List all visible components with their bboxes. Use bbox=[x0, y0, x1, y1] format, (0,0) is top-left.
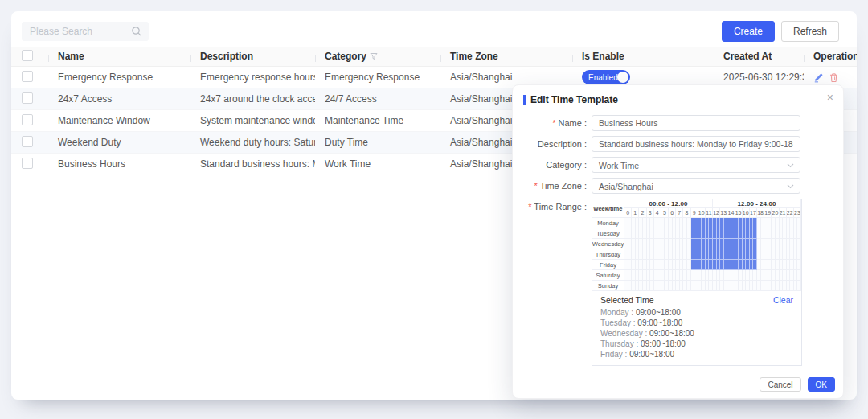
ok-button[interactable]: OK bbox=[808, 377, 835, 392]
filter-icon[interactable] bbox=[370, 52, 378, 60]
entry-day: Monday bbox=[600, 308, 636, 317]
selected-time-title: Selected Time bbox=[600, 295, 654, 305]
grid-day-label: Sunday bbox=[592, 281, 624, 291]
row-name: Business Hours bbox=[48, 158, 190, 170]
title-accent-bar bbox=[523, 95, 526, 105]
grid-day-label: Thursday bbox=[592, 249, 624, 260]
grid-time-cell[interactable] bbox=[797, 239, 801, 249]
grid-time-cell[interactable] bbox=[797, 270, 801, 281]
grid-corner-label: week/time bbox=[592, 199, 624, 218]
row-category: Duty Time bbox=[315, 137, 440, 148]
grid-hour-header: 7 bbox=[676, 208, 683, 218]
row-checkbox[interactable] bbox=[22, 158, 33, 169]
grid-time-cell[interactable] bbox=[797, 281, 801, 291]
column-header-timezone: Time Zone bbox=[440, 51, 572, 62]
grid-time-cell[interactable] bbox=[797, 228, 801, 239]
edit-time-template-dialog: Edit Time Template × Name Description Ca… bbox=[512, 84, 844, 399]
row-checkbox-cell bbox=[11, 158, 48, 171]
category-select[interactable]: Work Time bbox=[592, 157, 800, 173]
grid-group-header: 00:00 - 12:00 bbox=[624, 199, 713, 208]
create-button[interactable]: Create bbox=[722, 21, 775, 42]
grid-hour-header: 0 bbox=[624, 208, 632, 218]
entry-range: 09:00~18:00 bbox=[636, 308, 681, 317]
row-checkbox-cell bbox=[11, 71, 48, 84]
row-description: Emergency response hours: weekday... bbox=[190, 72, 315, 83]
timezone-select[interactable]: Asia/Shanghai bbox=[592, 178, 800, 194]
row-checkbox-cell bbox=[11, 92, 48, 106]
search-box bbox=[22, 22, 149, 41]
grid-hour-header: 6 bbox=[669, 208, 676, 218]
grid-hour-header: 8 bbox=[683, 208, 690, 218]
grid-time-cell[interactable] bbox=[797, 260, 801, 270]
grid-hour-header: 20 bbox=[772, 208, 779, 218]
grid-hour-header: 4 bbox=[654, 208, 661, 218]
grid-group-header: 12:00 - 24:00 bbox=[713, 199, 801, 208]
edit-form: Name Description Category Work Time Time… bbox=[513, 105, 843, 366]
row-category: Emergency Response bbox=[315, 72, 440, 83]
grid-hour-header: 18 bbox=[757, 208, 764, 218]
entry-day: Friday bbox=[600, 350, 629, 359]
row-description: Standard business hours: Monday to ... bbox=[190, 158, 315, 170]
column-header-createdat: Created At bbox=[714, 51, 804, 62]
row-description: Weekend duty hours: Saturday and S... bbox=[190, 137, 315, 148]
row-checkbox[interactable] bbox=[22, 92, 33, 104]
cancel-button[interactable]: Cancel bbox=[760, 377, 800, 392]
row-checkbox-cell bbox=[11, 136, 48, 150]
grid-hour-header: 9 bbox=[691, 208, 698, 218]
grid-day-label: Wednesday bbox=[592, 239, 624, 249]
row-operation bbox=[804, 72, 857, 83]
row-category: Work Time bbox=[315, 158, 440, 170]
chevron-down-icon bbox=[787, 163, 794, 168]
row-checkbox[interactable] bbox=[22, 136, 33, 147]
row-name: Emergency Response bbox=[48, 72, 190, 83]
search-input[interactable] bbox=[22, 22, 149, 41]
column-header-name: Name bbox=[48, 51, 190, 62]
column-header-operation: Operation bbox=[804, 51, 857, 62]
row-name: Weekend Duty bbox=[48, 137, 190, 148]
clear-link[interactable]: Clear bbox=[773, 295, 793, 305]
refresh-button[interactable]: Refresh bbox=[781, 21, 839, 42]
grid-time-cell[interactable] bbox=[797, 218, 801, 228]
dialog-header: Edit Time Template bbox=[513, 85, 843, 105]
entry-range: 09:00~18:00 bbox=[629, 350, 674, 359]
grid-hour-header: 10 bbox=[698, 208, 706, 218]
table-header: Name Description Category Time Zone Is E… bbox=[11, 47, 857, 67]
column-header-description: Description bbox=[190, 51, 315, 62]
grid-hour-header: 17 bbox=[750, 208, 757, 218]
grid-hour-header: 19 bbox=[764, 208, 772, 218]
search-icon bbox=[131, 26, 142, 37]
row-category: 24/7 Access bbox=[315, 93, 440, 105]
delete-icon[interactable] bbox=[829, 72, 839, 83]
grid-hour-header: 16 bbox=[743, 208, 750, 218]
timezone-label: Time Zone bbox=[513, 178, 587, 194]
row-name: 24x7 Access bbox=[48, 93, 190, 105]
row-description: System maintenance window: Sunda... bbox=[190, 115, 315, 126]
grid-hour-header: 21 bbox=[780, 208, 787, 218]
entry-range: 09:00~18:00 bbox=[641, 339, 686, 348]
column-header-isenable: Is Enable bbox=[572, 51, 714, 62]
toolbar: Create Refresh bbox=[11, 11, 857, 47]
row-checkbox[interactable] bbox=[22, 114, 33, 125]
row-checkbox[interactable] bbox=[22, 71, 33, 82]
grid-hour-header: 15 bbox=[735, 208, 743, 218]
selected-time-entry: Thursday09:00~18:00 bbox=[600, 339, 793, 349]
time-grid: week/time00:00 - 12:0012:00 - 24:0001234… bbox=[592, 199, 801, 291]
grid-day-label: Tuesday bbox=[592, 228, 624, 239]
row-description: 24x7 around the clock access bbox=[190, 93, 315, 105]
description-field[interactable] bbox=[592, 136, 800, 152]
name-field[interactable] bbox=[592, 115, 800, 131]
row-timezone: Asia/Shanghai bbox=[440, 72, 572, 83]
grid-time-cell[interactable] bbox=[797, 249, 801, 260]
select-all-checkbox[interactable] bbox=[22, 50, 33, 61]
toggle-label: Enabled bbox=[582, 73, 618, 82]
entry-range: 09:00~18:00 bbox=[637, 318, 682, 327]
edit-icon[interactable] bbox=[813, 72, 824, 83]
grid-hour-header: 2 bbox=[639, 208, 646, 218]
enable-toggle[interactable]: Enabled bbox=[582, 70, 630, 84]
selected-time-entry: Friday09:00~18:00 bbox=[600, 349, 793, 359]
close-icon[interactable]: × bbox=[827, 92, 833, 103]
grid-day-label: Friday bbox=[592, 260, 624, 270]
operation-icons bbox=[813, 72, 857, 83]
timerange-label: Time Range bbox=[513, 199, 587, 366]
grid-hour-header: 5 bbox=[661, 208, 669, 218]
